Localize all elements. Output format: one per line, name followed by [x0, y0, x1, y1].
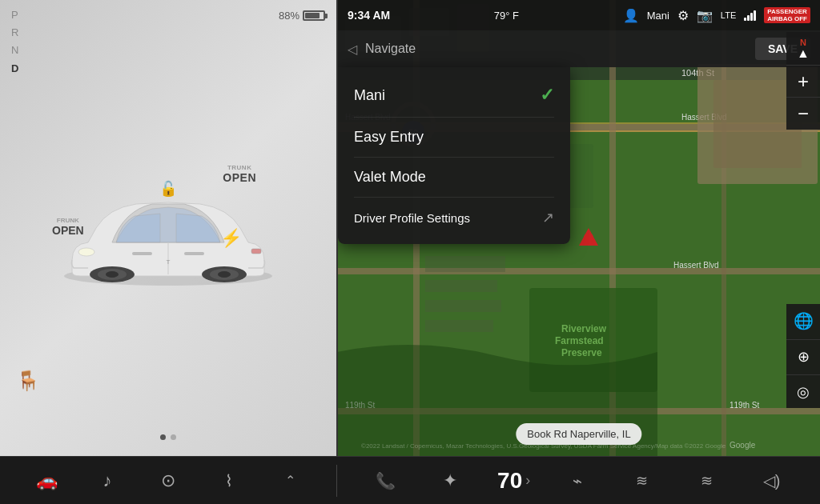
lte-indicator: LTE — [721, 10, 736, 20]
profile-easy-entry-label: Easy Entry — [354, 129, 424, 146]
svg-rect-44 — [425, 320, 493, 332]
gear-indicator: P R N D — [11, 8, 18, 76]
compass-n: N — [800, 38, 806, 47]
profile-dropdown: Mani ✓ Easy Entry Valet Mode Driver Prof… — [338, 67, 570, 244]
battery-bar — [303, 10, 325, 21]
navigate-bar[interactable]: ◁ Navigate SAVE — [338, 30, 820, 67]
signal-bar-3 — [750, 13, 753, 21]
profile-mani-label: Mani — [354, 87, 385, 104]
address-text: Book Rd Naperville, IL — [527, 428, 630, 440]
layer-icon: ⊕ — [798, 348, 810, 366]
navigate-placeholder[interactable]: Navigate — [365, 42, 747, 56]
gear-p: P — [11, 8, 18, 22]
music-button[interactable]: ♪ — [90, 463, 125, 498]
car-button[interactable]: 🚗 — [29, 463, 64, 498]
taskbar: 🚗 ♪ ⊙ ⌇ ⌃ 📞 ✦ 70 › ⌁ ≋ — [0, 456, 820, 504]
taskbar-left: 🚗 ♪ ⊙ ⌇ ⌃ — [0, 463, 336, 498]
svg-text:Farmstead: Farmstead — [555, 335, 604, 346]
compass-arrow: ▲ — [797, 47, 810, 60]
trunk-label-text: TRUNK — [223, 164, 256, 171]
navigate-icon: ◁ — [348, 42, 357, 57]
speed-display: 70 › — [497, 468, 530, 494]
svg-text:T: T — [167, 258, 171, 266]
gear-d: D — [11, 62, 18, 76]
battery-percent: 88% — [279, 10, 299, 22]
gear-n: N — [11, 43, 18, 58]
svg-text:119th St: 119th St — [730, 401, 759, 410]
right-panel: Riverview Farmstead Preserve 104th St Ha… — [338, 0, 820, 456]
svg-text:Preserve: Preserve — [561, 347, 602, 358]
svg-rect-41 — [425, 256, 505, 272]
profile-item-mani[interactable]: Mani ✓ — [338, 74, 570, 117]
center-control-button[interactable]: ◎ — [786, 374, 820, 408]
zoom-out-icon: − — [798, 102, 809, 125]
zoom-in-icon: + — [798, 70, 809, 93]
heated-seat-icon: ≋ — [636, 472, 648, 490]
rear-seat-button[interactable]: ≋ — [689, 463, 725, 498]
address-bar: Book Rd Naperville, IL — [516, 423, 641, 445]
brake-button[interactable]: ⌁ — [560, 463, 595, 498]
page-dots — [160, 434, 176, 440]
layer-control-button[interactable]: ⊕ — [786, 339, 820, 373]
charging-icon: ⚡ — [220, 228, 242, 249]
external-link-icon: ↗ — [542, 209, 554, 226]
svg-rect-42 — [425, 280, 497, 292]
lock-icon: 🔓 — [159, 180, 177, 198]
volume-button[interactable]: ◁) — [754, 463, 790, 498]
status-temp: 79° F — [494, 10, 519, 22]
apps-button[interactable]: ⊙ — [151, 463, 186, 498]
status-time: 9:34 AM — [348, 9, 390, 22]
profile-item-driver-settings[interactable]: Driver Profile Settings ↗ — [338, 198, 570, 238]
map-background[interactable]: Riverview Farmstead Preserve 104th St Ha… — [338, 0, 820, 456]
profile-valet-mode-label: Valet Mode — [354, 169, 426, 186]
chevron-up-icon: ⌃ — [285, 473, 295, 488]
status-bar: 9:34 AM 79° F 👤 Mani ⚙ 📷 LTE PASSENGERAI… — [338, 0, 820, 30]
speed-value: 70 — [497, 468, 522, 494]
music-icon: ♪ — [103, 470, 112, 491]
svg-rect-43 — [425, 300, 501, 312]
gear-r: R — [11, 26, 18, 40]
volume-icon: ◁) — [763, 471, 781, 490]
battery-indicator: 88% — [279, 10, 325, 22]
settings-icon[interactable]: ⚙ — [677, 8, 689, 23]
expand-button[interactable]: ⌃ — [272, 463, 308, 498]
user-icon: 👤 — [623, 8, 639, 23]
profile-item-easy-entry[interactable]: Easy Entry — [338, 118, 570, 157]
svg-text:Hassert Blvd: Hassert Blvd — [673, 261, 719, 270]
map-nav-controls: N ▲ + − — [786, 32, 820, 130]
svg-point-6 — [106, 271, 119, 278]
compass: N ▲ — [786, 32, 820, 66]
heated-seat-button[interactable]: ≋ — [625, 463, 660, 498]
status-right: 👤 Mani ⚙ 📷 LTE PASSENGERAIRBAG OFF — [623, 7, 810, 23]
signal-bars — [744, 10, 756, 21]
signal-bar-2 — [747, 15, 750, 21]
dot-1 — [160, 434, 166, 440]
airbag-badge: PASSENGERAIRBAG OFF — [764, 7, 810, 23]
fan-button[interactable]: ✦ — [432, 463, 468, 498]
apps-icon: ⊙ — [161, 470, 175, 491]
camera-icon: 📷 — [697, 8, 713, 23]
wiper-button[interactable]: ⌇ — [211, 463, 247, 498]
seat-warning-icon: 🪑 — [16, 370, 40, 392]
signal-bar-1 — [744, 18, 746, 21]
svg-rect-2 — [132, 252, 152, 255]
profile-item-valet-mode[interactable]: Valet Mode — [338, 158, 570, 197]
profile-mani-checkmark: ✓ — [540, 85, 554, 106]
frunk-label: FRUNK OPEN — [52, 216, 84, 237]
rear-seat-icon: ≋ — [701, 472, 713, 490]
svg-point-9 — [218, 271, 231, 278]
zoom-out-button[interactable]: − — [786, 98, 820, 130]
svg-rect-11 — [251, 249, 261, 254]
svg-point-10 — [78, 248, 94, 256]
trunk-label: TRUNK OPEN — [223, 164, 256, 184]
side-controls: 🌐 ⊕ ◎ — [786, 304, 820, 408]
globe-icon: 🌐 — [794, 311, 814, 330]
svg-rect-18 — [338, 268, 820, 274]
phone-button[interactable]: 📞 — [368, 463, 403, 498]
target-icon: ◎ — [797, 383, 810, 401]
svg-text:Google: Google — [730, 441, 756, 450]
zoom-in-button[interactable]: + — [786, 66, 820, 98]
globe-control-button[interactable]: 🌐 — [786, 304, 820, 338]
car-display: TRUNK OPEN FRUNK OPEN 🔓 — [32, 140, 304, 316]
fan-icon: ✦ — [443, 470, 457, 491]
